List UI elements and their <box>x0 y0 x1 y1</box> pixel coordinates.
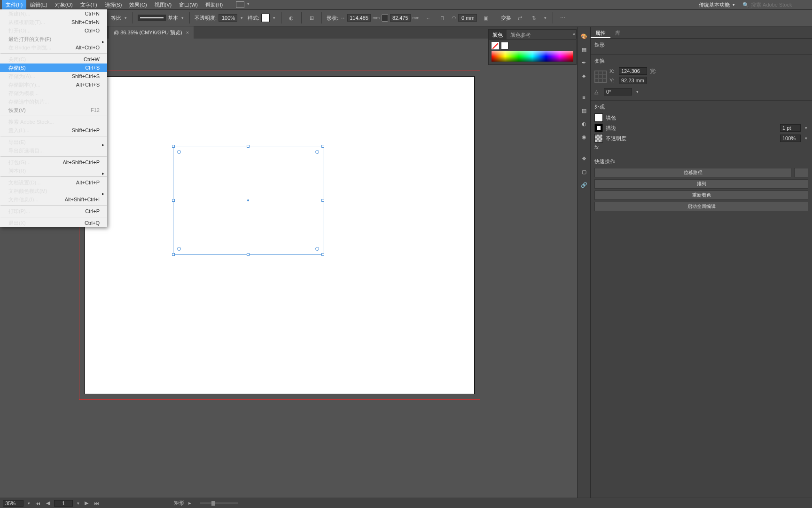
file-menu-item[interactable]: 存储为模板... <box>0 89 107 97</box>
menu-type[interactable]: 文字(T) <box>77 0 101 9</box>
arrange-h-icon[interactable]: ⇄ <box>515 13 525 23</box>
style-swatch[interactable] <box>261 14 270 22</box>
menu-file[interactable]: 文件(F) <box>2 0 26 9</box>
artboard-number-field[interactable]: 1 <box>54 500 73 507</box>
file-menu-item[interactable]: 存储(S)Ctrl+S <box>0 64 107 72</box>
fill-color-swatch[interactable] <box>594 113 603 122</box>
file-menu-item[interactable]: 搜索 Adobe Stock... <box>0 118 107 126</box>
selection-menu-icon[interactable]: ▸ <box>187 500 193 506</box>
file-menu-item[interactable]: 打开(O)...Ctrl+O <box>0 26 107 35</box>
artboards-panel-icon[interactable]: ▢ <box>579 167 589 177</box>
stroke-profile-dropdown[interactable] <box>180 16 185 20</box>
brushes-panel-icon[interactable]: ✒ <box>579 57 589 68</box>
corner-link-icon[interactable]: ⊓ <box>437 13 448 23</box>
stroke-color-swatch[interactable] <box>594 124 603 132</box>
offset-path-button[interactable]: 位移路径 <box>594 168 791 177</box>
corner-widget-bl[interactable] <box>177 247 181 251</box>
arrange-button[interactable]: 排列 <box>594 179 808 189</box>
recolor-icon[interactable]: ◐ <box>286 13 297 23</box>
isolate-icon[interactable]: ▣ <box>481 13 491 23</box>
arrange-documents-icon[interactable] <box>236 1 244 8</box>
last-artboard-icon[interactable]: ⏭ <box>93 500 101 506</box>
menu-view[interactable]: 视图(V) <box>151 0 176 9</box>
file-menu-item[interactable]: 存储副本(Y)...Alt+Ctrl+S <box>0 80 107 89</box>
transform-label[interactable]: 变换 <box>501 15 511 22</box>
document-tab[interactable]: @ 86.35% (CMYK/GPU 预览) × <box>109 26 194 39</box>
x-field[interactable] <box>619 67 647 75</box>
link-wh-icon[interactable] <box>382 14 388 22</box>
corner-widget-br[interactable] <box>315 247 319 251</box>
menu-object[interactable]: 对象(O) <box>51 0 77 9</box>
menu-edit[interactable]: 编辑(E) <box>26 0 51 9</box>
slider-thumb[interactable] <box>211 501 215 506</box>
corner-widget-tr[interactable] <box>315 150 319 154</box>
appearance-panel-icon[interactable]: ◉ <box>579 132 589 142</box>
height-field[interactable]: 82.475 <box>390 14 411 22</box>
workspace-switcher[interactable]: 传统基本功能 <box>694 1 740 8</box>
angle-dropdown[interactable] <box>635 89 640 94</box>
file-menu-item[interactable]: 打包(G)...Alt+Shift+Ctrl+P <box>0 158 107 167</box>
search-stock[interactable]: 🔍 <box>740 2 810 8</box>
menu-help[interactable]: 帮助(H) <box>202 0 226 9</box>
recolor-button[interactable]: 重新着色 <box>594 190 808 200</box>
stroke-profile-preview[interactable] <box>138 15 166 21</box>
file-menu-item[interactable]: 置入(L)...Shift+Ctrl+P <box>0 126 107 135</box>
expand-button[interactable] <box>794 168 808 177</box>
zoom-field[interactable] <box>3 500 23 507</box>
close-tab-icon[interactable]: × <box>186 30 189 35</box>
fx-label[interactable]: fx. <box>594 144 600 150</box>
menu-effect[interactable]: 效果(C) <box>125 0 150 9</box>
more-options-icon[interactable]: ⋯ <box>558 13 568 23</box>
gradient-panel-icon[interactable]: ▨ <box>579 105 589 116</box>
uniform-dropdown[interactable] <box>123 16 128 20</box>
swatches-panel-icon[interactable]: ▦ <box>579 44 589 55</box>
opacity-field[interactable]: 100% <box>219 14 237 22</box>
stroke-weight-field[interactable] <box>780 124 801 132</box>
file-menu-item[interactable]: 文档颜色模式(M) <box>0 187 107 195</box>
color-panel-icon[interactable]: 🎨 <box>579 31 589 41</box>
symbols-panel-icon[interactable]: ♣ <box>579 71 589 81</box>
file-menu-item[interactable]: 文件信息(I)...Alt+Shift+Ctrl+I <box>0 195 107 204</box>
menu-select[interactable]: 选择(S) <box>101 0 126 9</box>
opacity-dropdown[interactable] <box>239 16 244 20</box>
handle-bot-right[interactable] <box>321 253 324 256</box>
opacity-prop-dropdown[interactable] <box>804 136 808 141</box>
file-menu-item[interactable]: 关闭(C)Ctrl+W <box>0 55 107 64</box>
file-menu-item[interactable]: 打印(P)...Ctrl+P <box>0 207 107 215</box>
file-menu-item[interactable]: 存储选中的切片... <box>0 97 107 106</box>
handle-bot-left[interactable] <box>172 253 175 256</box>
handle-top-left[interactable] <box>172 145 175 148</box>
global-edit-button[interactable]: 启动全局编辑 <box>594 202 808 211</box>
width-field[interactable]: 114.485 <box>347 14 371 22</box>
prev-artboard-icon[interactable]: ◀ <box>45 500 51 506</box>
file-menu-item[interactable]: 存储为(A)...Shift+Ctrl+S <box>0 72 107 80</box>
handle-top-mid[interactable] <box>247 145 250 148</box>
file-menu-item[interactable]: 在 Bridge 中浏览...Alt+Ctrl+O <box>0 43 107 52</box>
style-dropdown[interactable] <box>272 16 276 20</box>
opacity-prop-field[interactable] <box>780 135 801 142</box>
handle-bot-mid[interactable] <box>247 253 250 256</box>
panel-collapse-icon[interactable]: » <box>572 32 575 37</box>
stroke-panel-icon[interactable]: ≡ <box>579 92 589 103</box>
transform-dropdown[interactable] <box>543 16 548 20</box>
first-artboard-icon[interactable]: ⏮ <box>34 500 42 506</box>
file-menu-item[interactable]: 脚本(R) <box>0 167 107 175</box>
fill-swatch[interactable] <box>501 42 508 49</box>
file-menu-item[interactable]: 导出(E) <box>0 138 107 146</box>
color-spectrum[interactable] <box>492 51 573 62</box>
angle-field[interactable] <box>604 88 632 95</box>
file-menu-item[interactable]: 退出(X)Ctrl+Q <box>0 219 107 227</box>
file-menu-item[interactable]: 从模板新建(T)...Shift+Ctrl+N <box>0 18 107 26</box>
color-guide-tab[interactable]: 颜色参考 <box>507 30 535 40</box>
properties-tab[interactable]: 属性 <box>591 27 610 38</box>
file-menu-item[interactable]: 导出所选项目... <box>0 146 107 155</box>
color-tab[interactable]: 颜色 <box>489 30 507 40</box>
handle-mid-left[interactable] <box>172 199 175 202</box>
corner-field[interactable]: 0 mm <box>458 14 477 22</box>
align-icon[interactable]: ⊞ <box>306 13 317 23</box>
search-stock-input[interactable] <box>751 2 807 8</box>
layers-panel-icon[interactable]: ❖ <box>579 153 589 164</box>
reference-point-selector[interactable] <box>594 71 607 83</box>
selected-rectangle[interactable] <box>173 146 323 255</box>
handle-top-right[interactable] <box>321 145 324 148</box>
